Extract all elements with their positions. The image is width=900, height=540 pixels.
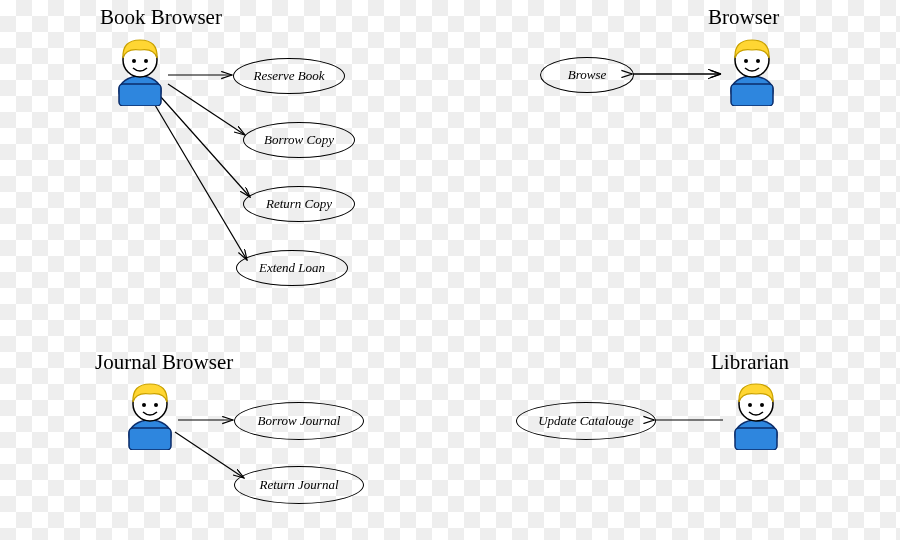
diagram-canvas: Book Browser Browser Journal Browser Lib…	[0, 0, 900, 540]
usecase-return-copy: Return Copy	[243, 186, 355, 222]
actor-icon-librarian	[726, 378, 786, 450]
usecase-borrow-copy: Borrow Copy	[243, 122, 355, 158]
usecase-browse: Browse	[540, 57, 634, 93]
actor-label-browser: Browser	[708, 5, 779, 30]
usecase-reserve-book: Reserve Book	[233, 58, 345, 94]
actor-icon-journal-browser	[120, 378, 180, 450]
usecase-borrow-journal: Borrow Journal	[234, 402, 364, 440]
actor-icon-browser	[722, 34, 782, 106]
usecase-return-journal: Return Journal	[234, 466, 364, 504]
actor-icon-book-browser	[110, 34, 170, 106]
usecase-extend-loan: Extend Loan	[236, 250, 348, 286]
actor-label-journal-browser: Journal Browser	[95, 350, 233, 375]
actor-label-librarian: Librarian	[711, 350, 789, 375]
actor-label-book-browser: Book Browser	[100, 5, 222, 30]
usecase-update-catalouge: Update Catalouge	[516, 402, 656, 440]
